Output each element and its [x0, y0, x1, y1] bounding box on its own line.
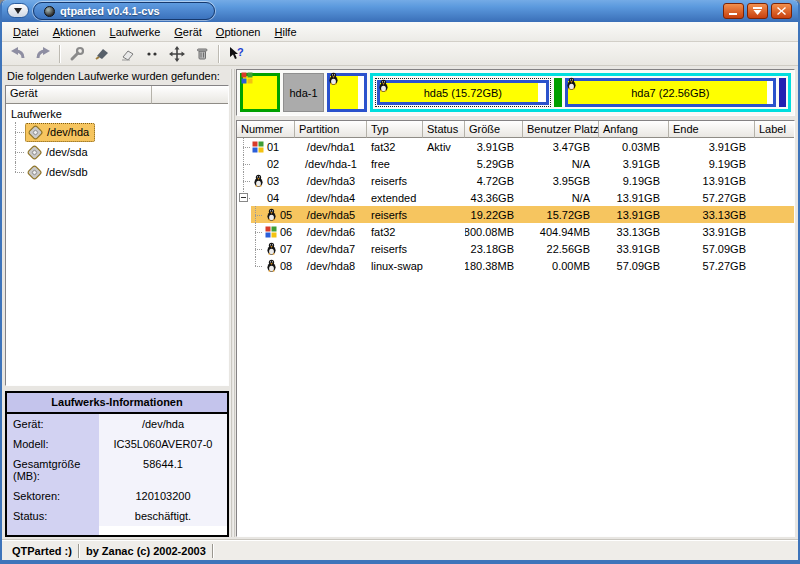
tree-item-dev-sdb[interactable]: /dev/sdb [9, 162, 228, 182]
cell-typ: extended [367, 189, 423, 206]
maximize-button[interactable] [747, 3, 768, 19]
cell-groesse: 4.72GB [465, 172, 523, 189]
wrench-icon [69, 46, 85, 62]
menu-item-datei[interactable]: Datei [6, 24, 46, 40]
cell-ende: 13.91GB [669, 172, 755, 189]
column-header-ende[interactable]: Ende [669, 121, 755, 138]
device-column-header[interactable]: Gerät [6, 86, 152, 104]
cell-label [755, 206, 795, 223]
info-label: Sektoren: [7, 486, 99, 506]
trash-icon [195, 46, 209, 61]
table-row-04[interactable]: 04/dev/hda4extended43.36GBN/A13.91GB57.2… [237, 189, 794, 206]
cell-partition: /dev/hda5 [295, 206, 367, 223]
erase-button[interactable] [115, 43, 139, 64]
toolbar-separator [59, 45, 61, 63]
selected-partition-outline: hda5 (15.72GB) [375, 78, 551, 107]
device-label: /dev/sdb [46, 166, 88, 178]
column-header-gr-e[interactable]: Größe [465, 121, 523, 138]
disk-icon [27, 145, 42, 160]
brush-icon [94, 46, 110, 62]
tux-icon [328, 72, 339, 85]
create-button[interactable] [90, 43, 114, 64]
partition-block-hda-1[interactable]: hda-1 [283, 73, 324, 112]
disk-icon [28, 125, 43, 140]
info-row: Modell:IC35L060AVER07-0 [7, 434, 227, 454]
cell-typ: fat32 [367, 223, 423, 240]
table-row-06[interactable]: 06/dev/hda6fat32800.08MB404.94MB33.13GB3… [237, 223, 794, 240]
tree-root-label[interactable]: Laufwerke [9, 106, 228, 122]
tree-item-dev-sda[interactable]: /dev/sda [9, 142, 228, 162]
tree-gutter [237, 257, 263, 274]
partition-block-label: hda7 (22.56GB) [631, 87, 709, 99]
redo-button[interactable] [31, 43, 55, 64]
partition-block-hda6[interactable] [554, 78, 562, 107]
cell-anfang: 13.91GB [599, 189, 669, 206]
menu-item-laufwerke[interactable]: Laufwerke [103, 24, 168, 40]
properties-button[interactable] [65, 43, 89, 64]
delete-button[interactable] [190, 43, 214, 64]
table-row-05[interactable]: 05/dev/hda5reiserfs19.22GB15.72GB13.91GB… [237, 206, 794, 223]
info-label: Status: [7, 506, 99, 526]
drive-info-body: Gerät:/dev/hdaModell:IC35L060AVER07-0Ges… [7, 414, 227, 535]
tux-icon [378, 79, 389, 92]
panel-splitter[interactable] [229, 69, 236, 537]
menu-item-gert[interactable]: Gerät [167, 24, 209, 40]
info-label: Modell: [7, 434, 99, 454]
cell-benutzer-platz: 15.72GB [523, 206, 599, 223]
cell-groesse: 5.29GB [465, 155, 523, 172]
cell-status [423, 240, 465, 257]
cell-typ: reiserfs [367, 172, 423, 189]
column-header-nummer[interactable]: Nummer [237, 121, 295, 138]
devices-found-label: Die folgenden Laufwerke wurden gefunden: [5, 69, 229, 85]
column-header-anfang[interactable]: Anfang [599, 121, 669, 138]
partition-block-hda8[interactable] [779, 78, 786, 107]
tree-item-dev-hda[interactable]: /dev/hda [9, 122, 228, 142]
menu-item-hilfe[interactable]: Hilfe [267, 24, 303, 40]
cell-status [423, 155, 465, 172]
column-header-status[interactable]: Status [423, 121, 465, 138]
info-value: 58644.1 [99, 454, 227, 486]
partition-block-hda5[interactable]: hda5 (15.72GB) [377, 80, 549, 105]
menu-item-optionen[interactable]: Optionen [209, 24, 268, 40]
disk-icon [27, 165, 42, 180]
table-row-01[interactable]: 01/dev/hda1fat32Aktiv3.91GB3.47GB0.03MB3… [237, 138, 794, 155]
cell-status [423, 257, 465, 274]
close-button[interactable] [771, 3, 792, 19]
whats-this-button[interactable]: ? [224, 43, 248, 64]
cell-label [755, 240, 795, 257]
chevron-down-icon [14, 8, 22, 14]
partition-block-hda7[interactable]: hda7 (22.56GB) [565, 78, 776, 107]
minimize-icon [728, 6, 739, 16]
app-icon [44, 6, 55, 17]
menu-item-aktionen[interactable]: Aktionen [46, 24, 103, 40]
partition-table: NummerPartitionTypStatusGrößeBenutzer Pl… [236, 120, 795, 537]
cell-status: Aktiv [423, 138, 465, 155]
table-row-03[interactable]: 03/dev/hda3reiserfs4.72GB3.95GB9.19GB13.… [237, 172, 794, 189]
partition-table-header: NummerPartitionTypStatusGrößeBenutzer Pl… [237, 121, 794, 138]
table-row-08[interactable]: 08/dev/hda8linux-swap180.38MB0.00MB57.09… [237, 257, 794, 274]
cell-label [755, 172, 795, 189]
cell-anfang: 33.91GB [599, 240, 669, 257]
cell-ende: 33.13GB [669, 206, 755, 223]
cell-nummer: 05 [237, 206, 295, 223]
cell-benutzer-platz: 3.47GB [523, 138, 599, 155]
undo-button[interactable] [6, 43, 30, 64]
partition-block-hda3[interactable] [327, 73, 367, 112]
minimize-button[interactable] [723, 3, 744, 19]
table-row-02[interactable]: 02/dev/hda-1free5.29GBN/A3.91GB9.19GB [237, 155, 794, 172]
qtparted-window: qtparted v0.4.1-cvs DateiAktionenLaufwer… [0, 0, 800, 564]
cell-label [755, 257, 795, 274]
resize-button[interactable] [140, 43, 164, 64]
table-row-07[interactable]: 07/dev/hda7reiserfs23.18GB22.56GB33.91GB… [237, 240, 794, 257]
column-header-label[interactable]: Label [755, 121, 795, 138]
partition-block-hda1[interactable] [240, 73, 280, 112]
column-header-benutzer-platz[interactable]: Benutzer Platz [523, 121, 599, 138]
move-button[interactable] [165, 43, 189, 64]
undo-icon [10, 47, 26, 61]
cell-nummer: 08 [237, 257, 295, 274]
column-header-typ[interactable]: Typ [367, 121, 423, 138]
column-header-partition[interactable]: Partition [295, 121, 367, 138]
redo-icon [35, 47, 51, 61]
collapse-expander-icon[interactable] [239, 193, 248, 202]
window-menu-button[interactable] [7, 3, 29, 18]
